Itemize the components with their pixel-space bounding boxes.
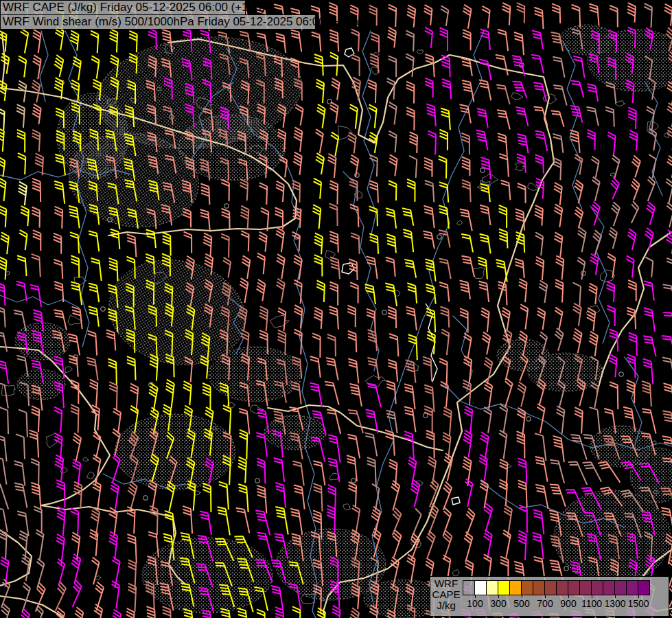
legend-color-swatch	[498, 580, 510, 595]
legend-color-swatch	[603, 580, 615, 595]
legend-color-swatch	[626, 580, 638, 595]
legend-tick-label: 1500	[623, 598, 653, 609]
legend-color-swatch	[638, 580, 650, 595]
legend-colorbar	[463, 580, 649, 595]
legend-color-swatch	[579, 580, 592, 595]
legend-color-swatch	[614, 580, 627, 595]
title-shear-line: WRF Wind shear (m/s) 500/1000hPa Friday …	[0, 14, 316, 30]
legend-color-swatch	[533, 580, 545, 595]
legend-color-swatch	[474, 580, 487, 595]
legend-color-swatch	[568, 580, 580, 595]
legend-color-swatch	[544, 580, 557, 595]
legend-caption-unit: J/kg	[430, 600, 462, 611]
legend-color-swatch	[556, 580, 568, 595]
weather-map-frame: WRF CAPE (J/kg) Friday 05-12-2025 06:00 …	[0, 0, 672, 618]
title-shear-text: WRF Wind shear (m/s) 500/1000hPa Friday …	[3, 15, 362, 28]
legend-caption-model: WRF	[430, 578, 462, 589]
legend-color-swatch	[509, 580, 522, 595]
title-cape-line: WRF CAPE (J/kg) Friday 05-12-2025 06:00 …	[0, 0, 246, 15]
lake-outline-layer	[342, 48, 460, 505]
legend-color-swatch	[591, 580, 603, 595]
legend-color-swatch	[521, 580, 533, 595]
weather-map-canvas	[0, 0, 672, 618]
legend-color-swatch	[486, 580, 498, 595]
title-cape-text: WRF CAPE (J/kg) Friday 05-12-2025 06:00 …	[3, 1, 265, 14]
legend-caption: WRF CAPE J/kg	[430, 578, 462, 611]
legend-caption-parameter: CAPE	[430, 589, 462, 600]
legend-color-swatch	[463, 580, 475, 595]
cape-legend: WRF CAPE J/kg 10030050070090011001300150…	[430, 576, 669, 617]
